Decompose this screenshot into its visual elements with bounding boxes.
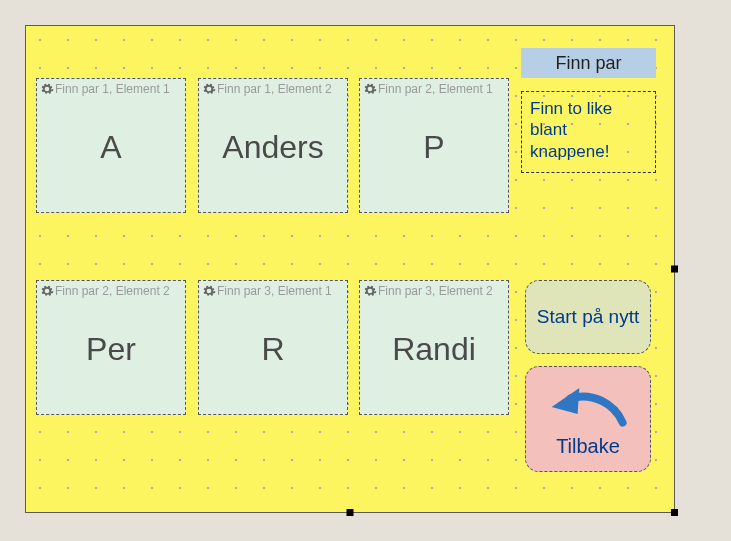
card-pair2-elem2[interactable]: Finn par 2, Element 2 Per — [36, 280, 186, 415]
card-design-label: Finn par 2, Element 2 — [55, 284, 170, 298]
card-text: Anders — [199, 129, 347, 166]
card-design-label: Finn par 2, Element 1 — [378, 82, 493, 96]
card-pair3-elem1[interactable]: Finn par 3, Element 1 R — [198, 280, 348, 415]
card-text: P — [360, 129, 508, 166]
card-text: Per — [37, 331, 185, 368]
design-canvas[interactable]: Finn par 1, Element 1 A Finn par 1, Elem… — [25, 25, 675, 513]
gear-icon — [40, 82, 54, 96]
card-design-label: Finn par 3, Element 1 — [217, 284, 332, 298]
card-text: Randi — [360, 331, 508, 368]
card-design-label: Finn par 1, Element 2 — [217, 82, 332, 96]
card-design-label: Finn par 1, Element 1 — [55, 82, 170, 96]
resize-handle-right[interactable] — [671, 266, 678, 273]
gear-icon — [363, 284, 377, 298]
back-arrow-icon — [544, 381, 632, 433]
gear-icon — [40, 284, 54, 298]
game-title: Finn par — [521, 48, 656, 78]
resize-handle-corner[interactable] — [671, 509, 678, 516]
restart-button-label: Start på nytt — [537, 306, 639, 328]
gear-icon — [202, 82, 216, 96]
card-text: A — [37, 129, 185, 166]
card-text: R — [199, 331, 347, 368]
restart-button[interactable]: Start på nytt — [525, 280, 651, 354]
game-title-text: Finn par — [555, 53, 621, 74]
instruction-text: Finn to like blant knappene! — [521, 91, 656, 173]
instruction-text-content: Finn to like blant knappene! — [530, 99, 612, 161]
gear-icon — [202, 284, 216, 298]
resize-handle-bottom[interactable] — [347, 509, 354, 516]
svg-marker-0 — [552, 387, 580, 413]
card-pair1-elem1[interactable]: Finn par 1, Element 1 A — [36, 78, 186, 213]
back-button[interactable]: Tilbake — [525, 366, 651, 472]
card-pair3-elem2[interactable]: Finn par 3, Element 2 Randi — [359, 280, 509, 415]
gear-icon — [363, 82, 377, 96]
back-button-label: Tilbake — [556, 435, 620, 458]
card-pair2-elem1[interactable]: Finn par 2, Element 1 P — [359, 78, 509, 213]
card-pair1-elem2[interactable]: Finn par 1, Element 2 Anders — [198, 78, 348, 213]
card-design-label: Finn par 3, Element 2 — [378, 284, 493, 298]
